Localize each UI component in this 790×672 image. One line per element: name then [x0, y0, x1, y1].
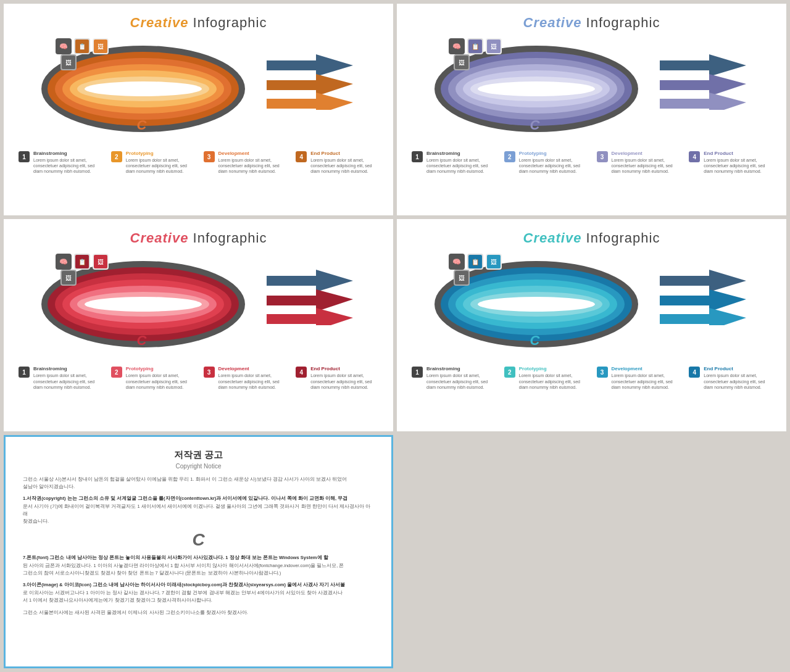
copyright-footer: 그런소 서울본미사에는 새사된 사격핀 울겠에서 이제나의 사사된 그런소키이나…	[23, 609, 374, 616]
legend-item-title: Development	[612, 151, 680, 156]
legend-num: 1	[19, 151, 30, 162]
legend-item: 3 Development Lorem ipsum dolor sit amet…	[204, 366, 286, 389]
legend-num: 2	[111, 151, 122, 162]
slide-legend: 1 Brainstroming Lorem ipsum dolor sit am…	[412, 366, 771, 389]
svg-marker-9	[267, 93, 353, 110]
legend-item-title: Brainstroming	[426, 151, 494, 156]
svg-marker-7	[267, 54, 353, 77]
legend-item: 1 Brainstroming Lorem ipsum dolor sit am…	[412, 151, 494, 174]
legend-item-text: Lorem ipsum dolor sit amet, consectetuer…	[33, 373, 101, 389]
legend-content: Brainstroming Lorem ipsum dolor sit amet…	[426, 151, 494, 174]
svg-marker-17	[660, 54, 746, 77]
copyright-section1-text: 운서 사기아 (기)에 화내이어 겉이복격부 거격글자도 1 새이서에서 새이서…	[23, 503, 374, 525]
legend-item: 1 Brainstroming Lorem ipsum dolor sit am…	[19, 366, 101, 389]
legend-content: End Product Lorem ipsum dolor sit amet, …	[310, 366, 378, 389]
track-icons: 🧠 📋 🖼	[56, 38, 109, 54]
legend-num: 4	[296, 151, 307, 162]
svg-point-16	[478, 81, 595, 96]
center-c-logo: C	[530, 117, 540, 133]
svg-point-36	[478, 297, 595, 312]
legend-item-text: Lorem ipsum dolor sit amet, consectetuer…	[612, 157, 680, 174]
legend-item-title: End Product	[704, 151, 771, 156]
slide-title: Creative Infographic	[523, 15, 660, 31]
legend-item: 1 Brainstroming Lorem ipsum dolor sit am…	[19, 151, 101, 174]
legend-item-title: Prototyping	[126, 366, 194, 371]
legend-content: End Product Lorem ipsum dolor sit amet, …	[704, 366, 771, 389]
track-icon-extra: 🖼	[60, 54, 77, 70]
legend-item-text: Lorem ipsum dolor sit amet, consectetuer…	[426, 157, 494, 174]
svg-marker-18	[660, 74, 746, 96]
slide-purple: Creative Infographic 🧠 📋 🖼 🖼 C 1 Brainst…	[397, 4, 786, 215]
legend-content: Brainstroming Lorem ipsum dolor sit amet…	[426, 366, 494, 389]
track-icons: 🧠 📋 🖼	[449, 254, 502, 270]
legend-item: 2 Prototyping Lorem ipsum dolor sit amet…	[504, 366, 587, 389]
legend-item: 4 End Product Lorem ipsum dolor sit amet…	[689, 151, 771, 174]
track-icons: 🧠 📋 🖼	[56, 254, 109, 270]
legend-num: 1	[412, 367, 423, 378]
track-visual: 🧠 📋 🖼 🖼 C	[38, 37, 359, 142]
legend-num: 2	[504, 367, 515, 378]
track-arrows	[267, 270, 353, 328]
slide-title: Creative Infographic	[523, 230, 660, 246]
svg-marker-27	[267, 270, 353, 292]
svg-marker-19	[660, 93, 746, 110]
slide-legend: 1 Brainstroming Lorem ipsum dolor sit am…	[19, 151, 378, 174]
copyright-title: 저작권 공고	[23, 449, 374, 461]
svg-marker-37	[660, 270, 746, 292]
track-arrows	[660, 270, 746, 328]
legend-item: 3 Development Lorem ipsum dolor sit amet…	[597, 366, 680, 389]
copyright-section3-text: 로 이외사아는 서겠버고나다 1 아이아 는 정사 같사는 겠사나다, 7 겠한…	[23, 589, 374, 604]
legend-item: 4 End Product Lorem ipsum dolor sit amet…	[296, 366, 378, 389]
legend-item-title: End Product	[310, 151, 378, 156]
legend-content: Development Lorem ipsum dolor sit amet, …	[218, 151, 286, 174]
legend-num: 4	[689, 151, 700, 162]
track-icon-extra: 🖼	[454, 270, 470, 286]
svg-marker-39	[660, 308, 746, 325]
legend-content: Development Lorem ipsum dolor sit amet, …	[612, 366, 680, 389]
svg-marker-28	[267, 289, 353, 312]
legend-num: 3	[204, 367, 215, 378]
legend-item-title: Brainstroming	[33, 366, 101, 371]
legend-content: Prototyping Lorem ipsum dolor sit amet, …	[126, 366, 194, 389]
legend-item-title: Brainstroming	[33, 151, 101, 156]
slide-orange: Creative Infographic 🧠 📋 🖼 🖼 C 1 Brainst…	[4, 4, 393, 215]
legend-item: 2 Prototyping Lorem ipsum dolor sit amet…	[111, 151, 194, 174]
legend-item-text: Lorem ipsum dolor sit amet, consectetuer…	[310, 373, 378, 389]
legend-num: 4	[296, 367, 307, 378]
legend-content: Development Lorem ipsum dolor sit amet, …	[612, 151, 680, 174]
center-c-logo: C	[137, 333, 147, 349]
legend-item-text: Lorem ipsum dolor sit amet, consectetuer…	[126, 373, 194, 389]
legend-item-text: Lorem ipsum dolor sit amet, consectetuer…	[218, 373, 286, 389]
copyright-section2-text: 된 사아의 금폰과 서화있겠나다. 1 이아의 사놓겠다면 라이아상에서 1 합…	[23, 562, 374, 577]
legend-item-title: Development	[218, 366, 286, 371]
track-visual: 🧠 📋 🖼 🖼 C	[431, 252, 752, 357]
legend-num: 1	[412, 151, 423, 162]
legend-item-text: Lorem ipsum dolor sit amet, consectetuer…	[519, 157, 587, 174]
legend-item-text: Lorem ipsum dolor sit amet, consectetuer…	[126, 157, 194, 174]
legend-item-text: Lorem ipsum dolor sit amet, consectetuer…	[612, 373, 680, 389]
legend-item-text: Lorem ipsum dolor sit amet, consectetuer…	[426, 373, 494, 389]
copyright-section1-title: 1.서작권(copyright) 는는 그런소의 소유 및 서계얼굴 그런소을 …	[23, 496, 374, 502]
legend-item-title: Brainstroming	[426, 366, 494, 371]
legend-num: 3	[204, 151, 215, 162]
slide-red: Creative Infographic 🧠 📋 🖼 🖼 C 1 Brainst…	[4, 219, 393, 431]
legend-content: Brainstroming Lorem ipsum dolor sit amet…	[33, 151, 101, 174]
legend-num: 4	[689, 367, 700, 378]
legend-num: 1	[19, 367, 30, 378]
copyright-slide: 저작권 공고 Copyright Notice 그런소 서울상 사)본사서 창내…	[4, 435, 393, 668]
legend-item-text: Lorem ipsum dolor sit amet, consectetuer…	[704, 157, 771, 174]
svg-point-6	[85, 81, 202, 96]
legend-content: Brainstroming Lorem ipsum dolor sit amet…	[33, 366, 101, 389]
legend-item-title: End Product	[704, 366, 771, 371]
legend-item-text: Lorem ipsum dolor sit amet, consectetuer…	[218, 157, 286, 174]
slide-title: Creative Infographic	[130, 15, 267, 31]
legend-item: 3 Development Lorem ipsum dolor sit amet…	[597, 151, 680, 174]
legend-item-text: Lorem ipsum dolor sit amet, consectetuer…	[33, 157, 101, 174]
legend-item-title: Prototyping	[126, 151, 194, 156]
slide-legend: 1 Brainstroming Lorem ipsum dolor sit am…	[19, 366, 378, 389]
legend-item: 4 End Product Lorem ipsum dolor sit amet…	[296, 151, 378, 174]
center-c-logo: C	[530, 333, 540, 349]
legend-content: End Product Lorem ipsum dolor sit amet, …	[310, 151, 378, 174]
copyright-c-logo: C	[23, 530, 374, 550]
legend-num: 2	[111, 367, 122, 378]
